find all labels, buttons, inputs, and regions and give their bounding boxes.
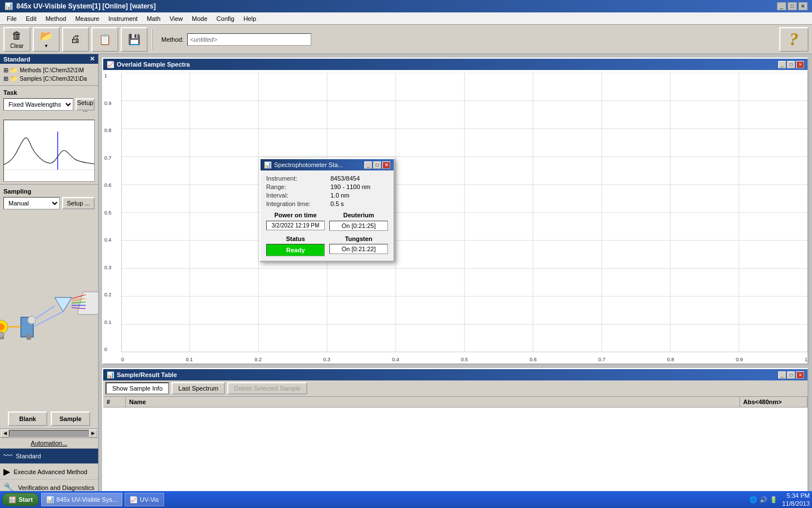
- battery-icon: 🔋: [770, 496, 778, 503]
- waveform-svg: [4, 120, 94, 181]
- instrument-row: Instrument: 8453/8454: [266, 175, 388, 182]
- spectra-window-controls[interactable]: _ □ ✕: [778, 61, 804, 68]
- table-window-controls[interactable]: _ □ ✕: [778, 371, 804, 379]
- col-abs: Abs<480nm>: [740, 397, 807, 407]
- taskbar-item-0[interactable]: 📊 845x UV-Visible Sys...: [41, 493, 122, 506]
- task-setup-button[interactable]: Setup ...: [76, 98, 95, 111]
- tree-item-methods[interactable]: ⊞ 📁 Methods [C:\Chem32\1\M: [2, 66, 96, 75]
- table-close-btn[interactable]: ✕: [796, 371, 804, 379]
- table-toolbar: Show Sample Info Last Spectrum Delete Se…: [103, 380, 807, 397]
- clock: 5:34 PM 11/8/2013: [782, 492, 810, 508]
- sample-button[interactable]: Sample: [51, 411, 90, 426]
- table-maximize-btn[interactable]: □: [787, 371, 795, 379]
- panel-header: Standard ✕: [0, 54, 98, 64]
- left-nav: 〰 Standard ▶ Execute Advanced Method 🔧 V…: [0, 448, 98, 496]
- report-icon: 📋: [99, 33, 111, 46]
- menu-measure[interactable]: Measure: [70, 14, 104, 23]
- spectra-close-btn[interactable]: ✕: [796, 61, 804, 68]
- deuterium-value: On [0:21:25]: [329, 221, 388, 231]
- svg-rect-13: [27, 334, 31, 340]
- blank-button[interactable]: Blank: [8, 411, 47, 426]
- nav-item-standard[interactable]: 〰 Standard: [0, 449, 98, 464]
- taskbar-item-1[interactable]: 📈 UV-Vis: [125, 493, 164, 506]
- y-axis-labels: 0 0.1 0.2 0.3 0.4 0.5 0.6 0.7 0.8 0.9 1: [103, 73, 121, 352]
- automation-bar[interactable]: Automation...: [0, 437, 98, 448]
- nav-item-execute[interactable]: ▶ Execute Advanced Method: [0, 464, 98, 480]
- maximize-button[interactable]: □: [788, 2, 797, 10]
- table-window-title: 📊 Sample/Result Table _ □ ✕: [103, 369, 807, 380]
- app-icon: 📊: [5, 2, 13, 10]
- instrument-value: 8453/8454: [330, 175, 360, 182]
- report-button[interactable]: 📋: [91, 27, 118, 52]
- sampling-label: Sampling: [3, 188, 95, 195]
- menu-instrument[interactable]: Instrument: [104, 14, 142, 23]
- show-sample-info-button[interactable]: Show Sample Info: [105, 382, 169, 395]
- spectra-minimize-btn[interactable]: _: [778, 61, 786, 68]
- menu-file[interactable]: File: [2, 14, 21, 23]
- dialog-maximize-btn[interactable]: □: [373, 161, 381, 169]
- windows-logo: 🪟: [8, 496, 16, 503]
- task-label: Task: [3, 89, 95, 96]
- menu-config[interactable]: Config: [212, 14, 239, 23]
- left-scrollbar: ◀ ▶: [0, 428, 98, 437]
- range-row: Range: 190 - 1100 nm: [266, 183, 388, 190]
- menu-edit[interactable]: Edit: [21, 14, 41, 23]
- sampling-setup-button[interactable]: Setup ...: [62, 197, 95, 209]
- print-button[interactable]: 🖨: [62, 27, 89, 52]
- start-button[interactable]: 🪟 Start: [2, 493, 39, 506]
- open-method-button[interactable]: 📂 ▼: [33, 27, 60, 52]
- dialog-content: Instrument: 8453/8454 Range: 190 - 1100 …: [261, 170, 394, 261]
- spectra-maximize-btn[interactable]: □: [787, 61, 795, 68]
- dialog-controls[interactable]: _ □ ✕: [364, 161, 390, 169]
- last-spectrum-button[interactable]: Last Spectrum: [171, 382, 225, 395]
- instrument-diagram: [0, 286, 99, 340]
- tree-expand-icon: ⊞: [3, 67, 8, 74]
- panel-close-icon[interactable]: ✕: [90, 55, 95, 63]
- standard-icon: 〰: [3, 451, 12, 461]
- col-name: Name: [126, 397, 740, 407]
- tree-item-samples[interactable]: ⊞ 📁 Samples [C:\Chem32\1\Da: [2, 75, 96, 83]
- status-label: Status: [266, 235, 325, 242]
- scroll-track[interactable]: [9, 430, 89, 437]
- tree-expand-icon-2: ⊞: [3, 75, 8, 82]
- menu-view[interactable]: View: [165, 14, 188, 23]
- help-button[interactable]: ?: [779, 27, 809, 52]
- window-controls[interactable]: _ □ ✕: [777, 2, 807, 10]
- range-label: Range:: [266, 183, 328, 190]
- dialog-title: 📊 Spectrophotometer Sta... _ □ ✕: [261, 159, 394, 170]
- svg-marker-8: [77, 292, 99, 314]
- waveform-preview: [3, 120, 95, 182]
- interval-value: 1.0 nm: [330, 192, 350, 199]
- menu-math[interactable]: Math: [142, 14, 165, 23]
- taskbar: 🪟 Start 📊 845x UV-Visible Sys... 📈 UV-Vi…: [0, 491, 812, 508]
- tungsten-section: Tungsten On [0:21:22]: [329, 235, 388, 256]
- execute-icon: ▶: [3, 466, 10, 477]
- title-text: 📊 845x UV-Visible System[1] [Online] [wa…: [5, 2, 156, 10]
- scroll-right-arrow[interactable]: ▶: [89, 430, 97, 437]
- method-input[interactable]: [187, 33, 311, 46]
- toolbar: 🗑 Clear 📂 ▼ 🖨 📋 💾 Method: ?: [0, 25, 812, 54]
- sampling-dropdown[interactable]: Manual Auto: [3, 197, 60, 209]
- instrument-label: Instrument:: [266, 175, 328, 182]
- action-buttons: Blank Sample: [0, 411, 98, 426]
- delete-selected-button[interactable]: Delete Selected Sample: [227, 382, 307, 395]
- task-dropdown[interactable]: Fixed Wavelengths Spectrum Kinetics Quan…: [3, 98, 73, 111]
- save-button[interactable]: 💾: [121, 27, 148, 52]
- menu-method[interactable]: Method: [41, 14, 71, 23]
- menu-bar: File Edit Method Measure Instrument Math…: [0, 12, 812, 25]
- table-minimize-btn[interactable]: _: [778, 371, 786, 379]
- method-area: Method:: [161, 33, 777, 46]
- menu-mode[interactable]: Mode: [187, 14, 212, 23]
- dialog-close-btn[interactable]: ✕: [382, 161, 390, 169]
- close-button[interactable]: ✕: [798, 2, 807, 10]
- right-area: 📈 Overlaid Sample Spectra _ □ ✕ 0 0.1 0.…: [99, 54, 812, 496]
- clear-button[interactable]: 🗑 Clear: [3, 27, 30, 52]
- scroll-left-arrow[interactable]: ◀: [1, 430, 9, 437]
- range-value: 190 - 1100 nm: [330, 183, 370, 190]
- menu-help[interactable]: Help: [239, 14, 261, 23]
- table-window-icon: 📊: [107, 371, 114, 379]
- dialog-minimize-btn[interactable]: _: [364, 161, 372, 169]
- minimize-button[interactable]: _: [777, 2, 786, 10]
- taskbar-item-icon-1: 📈: [130, 496, 138, 503]
- open-method-icon: 📂: [40, 30, 52, 42]
